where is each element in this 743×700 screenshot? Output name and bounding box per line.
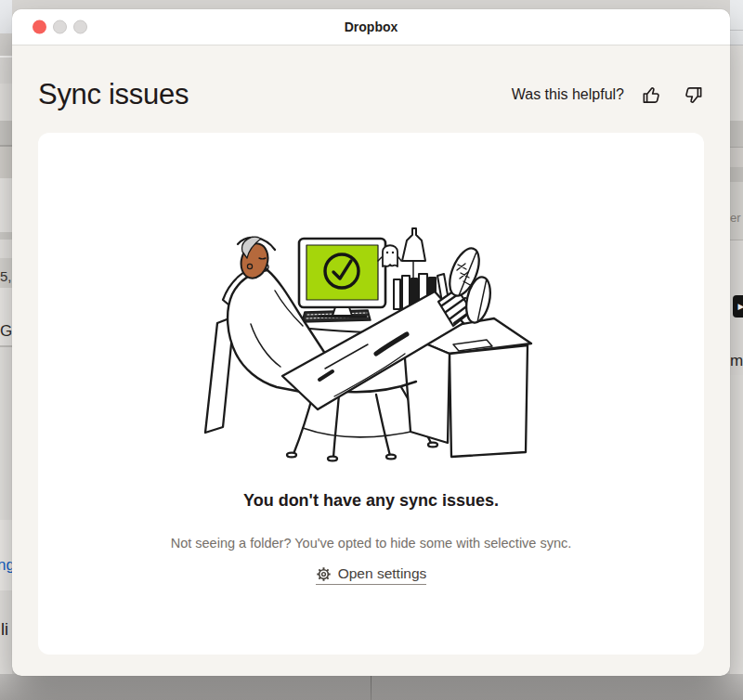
- sync-status-card: You don't have any sync issues. Not seei…: [38, 133, 704, 655]
- bg-band: [0, 58, 12, 84]
- bg-band: [730, 167, 743, 182]
- bg-text-fragment: 5,: [0, 269, 12, 283]
- bg-text-fragment-link: ng: [0, 557, 12, 573]
- dropbox-window: Dropbox Sync issues Was this helpful?: [12, 9, 730, 676]
- thumbs-down-icon: [683, 84, 704, 106]
- bg-band: [0, 240, 12, 258]
- background-divider-line: [371, 674, 372, 700]
- background-window-right-edge: er ▶ m: [730, 0, 743, 700]
- bg-band: [730, 0, 743, 30]
- bg-band: [730, 45, 743, 121]
- bg-dark-app-icon: ▶: [733, 295, 743, 318]
- bg-band: [0, 147, 12, 178]
- thumbs-up-button[interactable]: [641, 84, 662, 106]
- open-settings-label: Open settings: [338, 565, 427, 582]
- window-title: Dropbox: [345, 19, 398, 34]
- bg-band: [730, 240, 743, 294]
- bg-band: [0, 178, 12, 232]
- bg-band: [0, 520, 12, 590]
- bg-band: [730, 375, 743, 700]
- bg-text-fragment: er: [730, 212, 741, 224]
- header-row: Sync issues Was this helpful?: [38, 73, 704, 116]
- traffic-lights: [33, 20, 87, 34]
- close-button[interactable]: [33, 20, 46, 34]
- bg-band: [0, 33, 12, 56]
- bg-band: [0, 84, 12, 121]
- bg-band: [730, 148, 743, 167]
- bg-band: [0, 121, 12, 145]
- open-settings-link[interactable]: Open settings: [316, 565, 427, 585]
- gear-icon: [316, 566, 332, 582]
- window-content: Sync issues Was this helpful?: [12, 45, 730, 676]
- minimize-button[interactable]: [53, 20, 67, 34]
- feedback-widget: Was this helpful?: [512, 84, 704, 106]
- monitor-check-icon: [299, 239, 385, 317]
- secondary-message: Not seeing a folder? You've opted to hid…: [171, 536, 572, 551]
- bg-text-fragment: m: [730, 353, 743, 369]
- bg-text-fragment: li: [1, 621, 8, 638]
- illustration-no-sync-issues: [186, 213, 557, 482]
- zoom-button[interactable]: [73, 20, 87, 34]
- bg-band: [0, 347, 12, 520]
- background-window-left-edge: 5, G ng li: [0, 0, 12, 700]
- bg-band: [730, 31, 743, 45]
- desktop-background: [0, 674, 743, 700]
- thumbs-up-icon: [641, 84, 662, 106]
- bg-band: [0, 232, 12, 240]
- bg-band: [0, 0, 12, 33]
- thumbs-down-button[interactable]: [683, 84, 704, 106]
- bg-band: [730, 121, 743, 147]
- page-title: Sync issues: [38, 78, 189, 111]
- primary-message: You don't have any sync issues.: [243, 491, 499, 511]
- feedback-prompt: Was this helpful?: [512, 86, 624, 103]
- window-titlebar: Dropbox: [12, 9, 730, 45]
- bg-text-fragment: G: [0, 323, 12, 339]
